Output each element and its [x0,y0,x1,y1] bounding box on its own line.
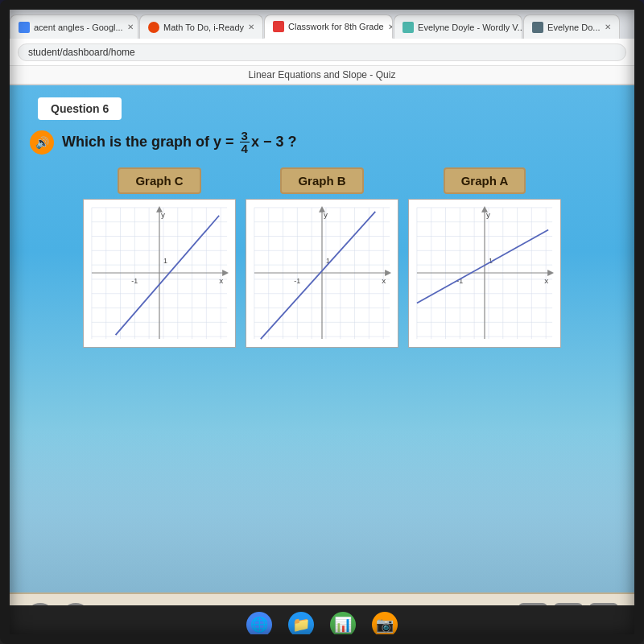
tab-close-3[interactable]: ✕ [388,23,393,31]
browser-chrome: acent angles - Googl... ✕ Math To Do, i-… [10,10,634,85]
bottom-control-bar: ◀ ⏸ 6.6% Complete ✏ 🔖 ⊞ [10,592,634,605]
tab-iready[interactable]: Math To Do, i-Ready ✕ [139,14,263,39]
question-number-box: Question 6 [38,97,122,120]
graph-b-svg: y x -1 1 [246,200,398,347]
graph-b-label[interactable]: Graph B [280,167,363,194]
tab-close-5[interactable]: ✕ [605,23,611,31]
camera-icon[interactable]: 📷 [372,612,398,638]
tab-label-2: Math To Do, i-Ready [163,23,244,32]
browser-wrapper: acent angles - Googl... ✕ Math To Do, i-… [10,10,634,605]
graph-a-canvas[interactable]: y x -1 1 [408,199,561,348]
svg-text:x: x [219,276,223,285]
tab-label-4: Evelyne Doyle - Wordly V... [418,23,522,32]
graph-c-label[interactable]: Graph C [118,167,200,194]
graph-option-c[interactable]: Graph C [83,167,236,348]
fraction-numerator: 3 [240,130,250,142]
graph-a-label[interactable]: Graph A [444,167,526,194]
svg-line-86 [417,230,548,303]
svg-line-28 [116,216,220,335]
graph-b-canvas[interactable]: y x -1 1 [246,199,398,348]
tab-classwork[interactable]: Classwork for 8th Grade ✕ [264,14,393,39]
tab-evelyne2[interactable]: Evelyne Do... ✕ [523,14,619,39]
svg-text:x: x [544,276,548,285]
tab-label-3: Classwork for 8th Grade [288,22,384,31]
question-text-row: 🔊 Which is the graph of y = 3 4 x − 3 ? [30,130,296,155]
tab-close-2[interactable]: ✕ [248,23,254,31]
graphs-container: Graph C [22,167,622,348]
svg-marker-56 [385,270,391,276]
quiz-title-bar: Linear Equations and Slope - Quiz [10,66,634,85]
tab-favicon-4 [402,22,414,33]
question-number: Question 6 [51,102,109,115]
mountain-background [10,431,634,592]
main-content: Question 6 🔊 Which is the graph of y = 3… [10,85,634,605]
address-bar-row: student/dashboard/home [10,39,634,66]
tab-acent-angles[interactable]: acent angles - Googl... ✕ [10,14,138,39]
question-text-before: Which is the graph of y = [62,134,238,151]
graph-c-svg: y x -1 1 [84,200,235,347]
graph-option-b[interactable]: Graph B [246,167,398,348]
laptop-screen: acent angles - Googl... ✕ Math To Do, i-… [0,0,644,644]
svg-text:-1: -1 [131,277,138,285]
graph-option-a[interactable]: Graph A [408,167,561,348]
graph-a-svg: y x -1 1 [409,200,560,347]
svg-marker-85 [547,270,554,276]
fraction-denominator: 4 [240,142,250,155]
svg-text:x: x [382,276,386,285]
tab-favicon-2 [148,22,159,33]
sheets-icon[interactable]: 📊 [330,612,356,638]
svg-text:-1: -1 [294,277,300,285]
svg-marker-27 [222,270,229,276]
chrome-icon[interactable]: 🌐 [246,612,272,638]
files-icon[interactable]: 📁 [288,612,314,638]
taskbar: 🌐 📁 📊 📷 [0,605,644,644]
fraction: 3 4 [240,130,250,155]
tab-wordly[interactable]: Evelyne Doyle - Wordly V... ✕ [394,14,522,39]
graph-c-canvas[interactable]: y x -1 1 [83,199,236,348]
quiz-title: Linear Equations and Slope - Quiz [249,69,396,80]
tab-favicon-1 [19,22,30,33]
question-text-after: x − 3 ? [251,134,297,151]
svg-text:1: 1 [163,257,167,265]
tab-favicon-5 [532,22,543,33]
svg-line-57 [261,212,375,339]
address-bar[interactable]: student/dashboard/home [18,43,626,61]
tab-close-1[interactable]: ✕ [127,23,134,31]
tab-favicon-3 [273,21,284,32]
tab-label-1: acent angles - Googl... [34,23,123,32]
speaker-button[interactable]: 🔊 [30,130,54,155]
tab-bar: acent angles - Googl... ✕ Math To Do, i-… [10,10,634,39]
tab-label-5: Evelyne Do... [547,23,600,32]
